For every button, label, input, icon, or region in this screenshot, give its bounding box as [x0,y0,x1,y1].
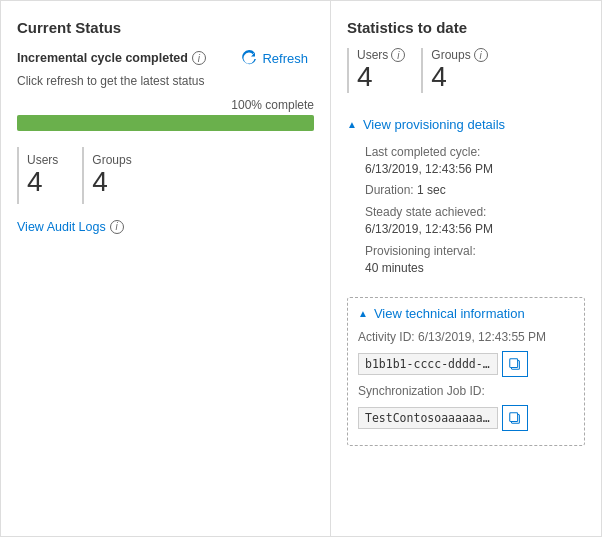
left-groups-stat: Groups 4 [82,147,147,204]
left-users-label: Users [27,153,58,167]
provisioning-section-content: Last completed cycle: 6/13/2019, 12:43:5… [347,138,585,288]
sync-job-copy-button[interactable] [502,405,528,431]
progress-label: 100% complete [17,98,314,112]
copy-icon-2 [508,411,522,425]
tech-chevron-up-icon: ▲ [358,308,368,319]
left-groups-label: Groups [92,153,131,167]
incremental-label: Incremental cycle completed i [17,51,206,65]
right-users-label: Users i [357,48,405,62]
steady-state-row: Steady state achieved: 6/13/2019, 12:43:… [365,204,585,238]
progress-bar-background [17,115,314,131]
last-completed-row: Last completed cycle: 6/13/2019, 12:43:5… [365,144,585,178]
interval-label: Provisioning interval: [365,244,476,258]
progress-container: 100% complete [17,98,314,131]
view-audit-logs-link[interactable]: View Audit Logs i [17,220,314,234]
activity-id-copy-button[interactable] [502,351,528,377]
refresh-icon [241,50,257,66]
duration-label: Duration: [365,183,414,197]
sync-job-label-row: Synchronization Job ID: [358,383,574,400]
steady-state-value: 6/13/2019, 12:43:56 PM [365,222,493,236]
audit-info-icon[interactable]: i [110,220,124,234]
chevron-up-icon: ▲ [347,119,357,130]
left-panel: Current Status Incremental cycle complet… [1,1,331,536]
provisioning-section-header[interactable]: ▲ View provisioning details [347,111,585,138]
right-groups-label: Groups i [431,48,487,62]
tech-section-header[interactable]: ▲ View technical information [358,306,574,321]
activity-id-copy-row: b1b1b1-cccc-dddd-e... [358,351,574,377]
left-groups-value: 4 [92,167,108,198]
sync-job-label: Synchronization Job ID: [358,384,485,398]
duration-value: 1 sec [417,183,446,197]
duration-row: Duration: 1 sec [365,182,585,199]
right-groups-value: 4 [431,62,447,93]
activity-id-field: b1b1b1-cccc-dddd-e... [358,353,498,375]
left-stats-row: Users 4 Groups 4 [17,147,314,204]
right-users-value: 4 [357,62,373,93]
svg-rect-3 [510,413,518,422]
right-users-stat: Users i 4 [347,48,405,93]
copy-icon [508,357,522,371]
left-users-value: 4 [27,167,43,198]
right-groups-info-icon[interactable]: i [474,48,488,62]
right-panel: Statistics to date Users i 4 Groups i 4 … [331,1,601,536]
activity-id-row: Activity ID: 6/13/2019, 12:43:55 PM [358,329,574,346]
right-users-info-icon[interactable]: i [391,48,405,62]
sync-job-copy-row: TestContosoaaaaaaaaa.a... [358,405,574,431]
svg-rect-1 [510,359,518,368]
right-panel-title: Statistics to date [347,19,585,36]
right-groups-stat: Groups i 4 [421,48,487,93]
refresh-button[interactable]: Refresh [235,46,314,70]
interval-value: 40 minutes [365,261,424,275]
left-panel-title: Current Status [17,19,314,36]
incremental-info-icon[interactable]: i [192,51,206,65]
left-users-stat: Users 4 [17,147,74,204]
interval-row: Provisioning interval: 40 minutes [365,243,585,277]
last-completed-label: Last completed cycle: [365,145,480,159]
click-refresh-text: Click refresh to get the latest status [17,74,314,88]
progress-bar-fill [17,115,314,131]
activity-id-label: Activity ID: 6/13/2019, 12:43:55 PM [358,330,546,344]
last-completed-value: 6/13/2019, 12:43:56 PM [365,162,493,176]
sync-job-field: TestContosoaaaaaaaaa.a... [358,407,498,429]
tech-section: ▲ View technical information Activity ID… [347,297,585,446]
right-stats-row: Users i 4 Groups i 4 [347,48,585,93]
steady-state-label: Steady state achieved: [365,205,486,219]
provisioning-section: ▲ View provisioning details Last complet… [347,111,585,288]
